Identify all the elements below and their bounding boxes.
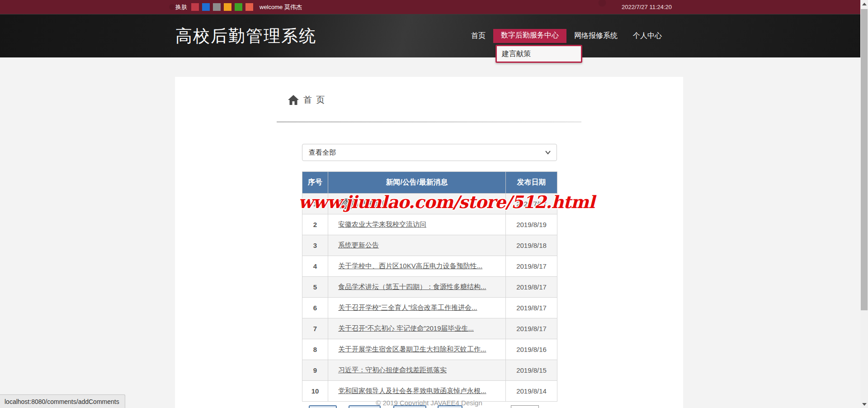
datetime-text: 2022/7/27 11:24:20 (622, 0, 672, 14)
welcome-text: welcome 莫伟杰 (259, 3, 302, 11)
row-title-cell: 关于学校中、西片区10KV高压电力设备预防性... (328, 256, 506, 277)
row-number: 1 (302, 194, 328, 214)
today-badge: 今天 (338, 199, 358, 209)
row-number: 2 (302, 214, 328, 235)
page: { "topbar": { "skin_label": "换肤", "swatc… (0, 0, 868, 408)
news-table: 序号 新闻/公告/最新消息 发布日期 1今天发布新闻2022/7/272安徽农业… (302, 171, 557, 402)
news-link[interactable]: 党和国家领导人及社会各界致电致函哀悼卢永根... (338, 387, 486, 394)
pagination-button-stub[interactable] (309, 405, 337, 408)
row-number: 6 (302, 298, 328, 318)
select-value: 查看全部 (302, 148, 545, 157)
col-header-title: 新闻/公告/最新消息 (328, 172, 506, 194)
row-date: 2019/8/16 (506, 339, 557, 360)
row-title-cell: 关于开展学生宿舍区暑期卫生大扫除和灭蚊工作... (328, 339, 506, 360)
row-title-cell: 系统更新公告 (328, 235, 506, 256)
row-number: 7 (302, 318, 328, 339)
row-date: 2019/8/15 (506, 360, 557, 381)
breadcrumb: 首 页 (288, 94, 326, 106)
row-date: 2019/8/19 (506, 214, 557, 235)
news-link[interactable]: 安徽农业大学来我校交流访问 (338, 220, 426, 228)
breadcrumb-label: 首 页 (303, 94, 326, 106)
row-title-cell: 关于召开“不忘初心 牢记使命”2019届毕业生... (328, 318, 506, 339)
news-link[interactable]: 食品学术讲坛（第五十四期）：食源性多糖结构... (338, 283, 486, 290)
col-header-no: 序号 (302, 172, 328, 194)
table-row: 5食品学术讲坛（第五十四期）：食源性多糖结构...2019/8/17 (302, 277, 557, 298)
news-link[interactable]: 关于开展学生宿舍区暑期卫生大扫除和灭蚊工作... (338, 345, 486, 353)
site-header: 高校后勤管理系统 首页数字后勤服务中心网络报修系统个人中心 (0, 14, 860, 57)
news-link[interactable]: 关于召开“不忘初心 牢记使命”2019届毕业生... (338, 324, 474, 332)
pagination-button-stub[interactable] (438, 405, 462, 408)
row-number: 3 (302, 235, 328, 256)
site-title: 高校后勤管理系统 (175, 25, 316, 47)
arrow-up-icon (862, 3, 867, 5)
row-title-cell: 今天发布新闻 (328, 194, 506, 214)
row-date: 2019/8/17 (506, 277, 557, 298)
pagination-button-stub[interactable] (393, 405, 426, 408)
table-row: 3系统更新公告2019/8/18 (302, 235, 557, 256)
nav-item-1[interactable]: 数字后勤服务中心 (493, 29, 566, 43)
row-title-cell: 党和国家领导人及社会各界致电致函哀悼卢永根... (328, 381, 506, 402)
row-number: 10 (302, 381, 328, 402)
row-title-cell: 安徽农业大学来我校交流访问 (328, 214, 506, 235)
topbar-content: 换肤 welcome 莫伟杰 (175, 0, 684, 14)
table-row: 8关于开展学生宿舍区暑期卫生大扫除和灭蚊工作...2019/8/16 (302, 339, 557, 360)
table-row: 10党和国家领导人及社会各界致电致函哀悼卢永根...2019/8/14 (302, 381, 557, 402)
skin-swatches (191, 3, 253, 11)
news-link[interactable]: 关于学校中、西片区10KV高压电力设备预防性... (338, 262, 482, 270)
table-row: 1今天发布新闻2022/7/27 (302, 194, 557, 214)
status-link-preview: localhost:8080/comments/addComments (0, 394, 125, 408)
news-filter-select[interactable]: 查看全部 (302, 144, 557, 161)
skin-swatch-crimson[interactable] (191, 3, 199, 11)
nav-item-2[interactable]: 网络报修系统 (566, 29, 625, 43)
row-number: 8 (302, 339, 328, 360)
topbar: 换肤 welcome 莫伟杰 2022/7/27 11:24:20 (0, 0, 860, 14)
col-header-date: 发布日期 (506, 172, 557, 194)
table-row: 6关于召开学校“三全育人”综合改革工作推进会...2019/8/17 (302, 298, 557, 318)
chevron-down-icon (545, 149, 551, 156)
news-link[interactable]: 关于召开学校“三全育人”综合改革工作推进会... (338, 304, 477, 311)
news-link[interactable]: 系统更新公告 (338, 241, 379, 249)
table-row: 4关于学校中、西片区10KV高压电力设备预防性...2019/8/17 (302, 256, 557, 277)
skin-change-label: 换肤 (175, 3, 187, 11)
pagination-button-stub[interactable] (349, 405, 381, 408)
pagination-page-input-stub[interactable] (511, 405, 539, 408)
dropdown-item-suggestions[interactable]: 建言献策 (497, 49, 581, 59)
row-number: 9 (302, 360, 328, 381)
row-number: 5 (302, 277, 328, 298)
table-header-row: 序号 新闻/公告/最新消息 发布日期 (302, 172, 557, 194)
status-url: localhost:8080/comments/addComments (5, 398, 119, 405)
nav-item-3[interactable]: 个人中心 (625, 29, 670, 43)
row-date: 2019/8/18 (506, 235, 557, 256)
row-date: 2022/7/27 (506, 194, 557, 214)
nav-item-0[interactable]: 首页 (463, 29, 493, 43)
skin-swatch-blue[interactable] (202, 3, 210, 11)
section-divider (277, 121, 581, 123)
skin-swatch-gray[interactable] (213, 3, 221, 11)
vertical-scrollbar[interactable] (860, 0, 868, 408)
table-row: 7关于召开“不忘初心 牢记使命”2019届毕业生...2019/8/17 (302, 318, 557, 339)
row-title-cell: 食品学术讲坛（第五十四期）：食源性多糖结构... (328, 277, 506, 298)
row-date: 2019/8/17 (506, 318, 557, 339)
skin-swatch-orange[interactable] (224, 3, 231, 11)
skin-swatch-tomato[interactable] (245, 3, 253, 11)
row-date: 2019/8/17 (506, 298, 557, 318)
row-number: 4 (302, 256, 328, 277)
table-row: 9习近平：守初心担使命找差距抓落实2019/8/15 (302, 360, 557, 381)
nav-dropdown: 建言献策 (495, 45, 582, 63)
row-date: 2019/8/17 (506, 256, 557, 277)
news-link[interactable]: 发布新闻 (362, 199, 389, 207)
copyright-text: © 2019 Copyright JAVAEE4 Design (175, 399, 683, 407)
scrollbar-thumb[interactable] (861, 9, 868, 310)
home-icon (288, 95, 299, 105)
news-link[interactable]: 习近平：守初心担使命找差距抓落实 (338, 366, 447, 374)
scroll-up-button[interactable] (860, 0, 868, 8)
skin-swatch-green[interactable] (235, 3, 242, 11)
table-row: 2安徽农业大学来我校交流访问2019/8/19 (302, 214, 557, 235)
row-date: 2019/8/14 (506, 381, 557, 402)
scroll-down-button[interactable] (860, 400, 868, 408)
row-title-cell: 关于召开学校“三全育人”综合改革工作推进会... (328, 298, 506, 318)
arrow-down-icon (862, 403, 867, 406)
row-title-cell: 习近平：守初心担使命找差距抓落实 (328, 360, 506, 381)
content-card: 首 页 查看全部 序号 新闻/公告/最新消息 发布日期 1今天发布新闻2022/… (175, 77, 683, 408)
